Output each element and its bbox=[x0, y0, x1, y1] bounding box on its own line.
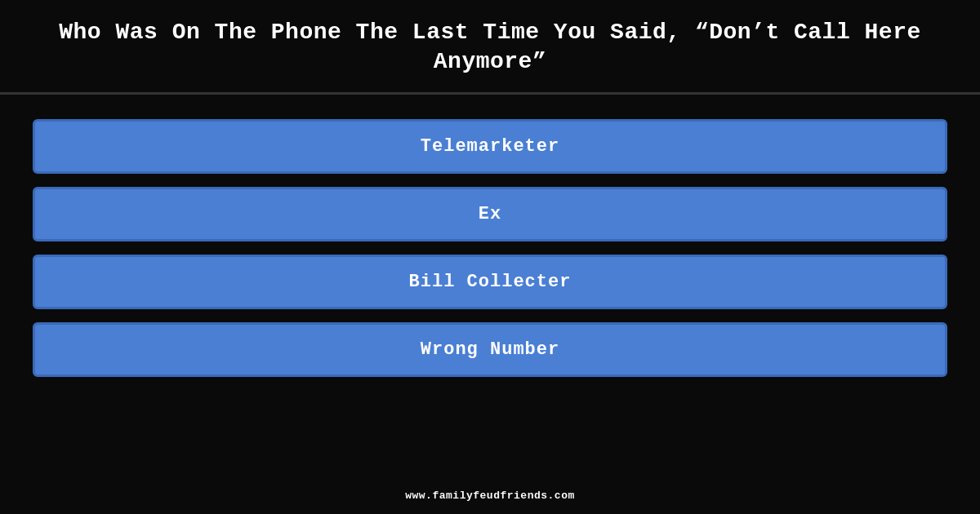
question-header: Who Was On The Phone The Last Time You S… bbox=[0, 0, 980, 95]
footer-url: www.familyfeudfriends.com bbox=[405, 490, 575, 502]
answer-label-3: Bill Collecter bbox=[409, 272, 572, 292]
answer-label-2: Ex bbox=[479, 204, 501, 224]
answers-container: TelemarketerExBill CollecterWrong Number bbox=[0, 95, 980, 480]
answer-button-1[interactable]: Telemarketer bbox=[33, 119, 947, 174]
answer-label-1: Telemarketer bbox=[421, 136, 559, 157]
footer: www.familyfeudfriends.com bbox=[0, 480, 980, 514]
answer-label-4: Wrong Number bbox=[421, 339, 559, 360]
question-title: Who Was On The Phone The Last Time You S… bbox=[24, 18, 956, 78]
answer-button-2[interactable]: Ex bbox=[33, 187, 947, 241]
answer-button-4[interactable]: Wrong Number bbox=[33, 322, 947, 377]
answer-button-3[interactable]: Bill Collecter bbox=[33, 255, 947, 309]
